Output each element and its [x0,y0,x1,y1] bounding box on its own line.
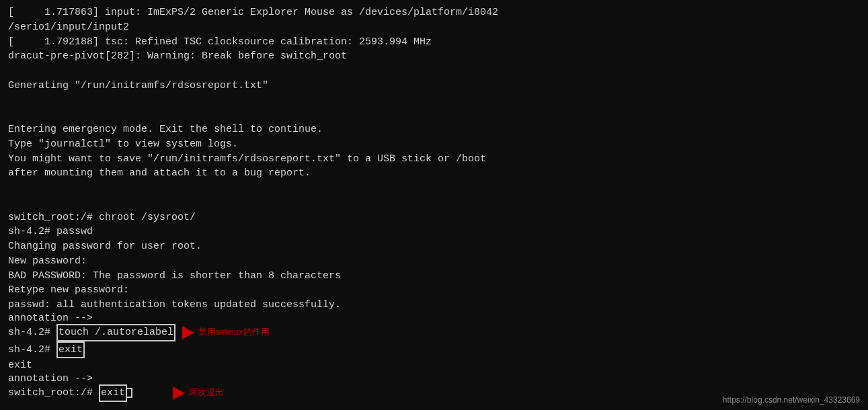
line-23-prefix: sh-4.2# [8,343,56,358]
watermark: https://blog.csdn.net/weixin_43323669 [723,395,860,405]
line-4: dracut-pre-pivot[282]: Warning: Break be… [8,49,860,64]
line-12: after mounting them and attach it to a b… [8,166,860,181]
line-10: Type "journalctl" to view system logs. [8,137,860,152]
line-6: Generating "/run/initramfs/rdsosreport.t… [8,79,860,93]
line-20: Retype new password: [8,283,860,298]
line-18: New password: [8,254,860,269]
line-13 [8,181,860,196]
terminal-window: [ 1.717863] input: ImExPS/2 Generic Expl… [0,0,868,410]
line-24: exit [8,358,860,373]
line-25-prefix: switch_root:/# [8,386,99,401]
line-25-annotation: 两次退出 [173,386,224,400]
line-3: [ 1.792188] tsc: Refined TSC clocksource… [8,35,860,50]
arrow-right-icon [182,326,194,339]
line-22-annotation: 禁用selinux的作用 [182,326,269,339]
line-2: /serio1/input/input2 [8,20,860,35]
line-22-cmd: touch /.autorelabel [56,324,175,341]
line-16: sh-4.2# passwd [8,224,860,239]
line-17: Changing password for user root. [8,239,860,254]
arrow-right-icon-2 [173,386,185,400]
line-21: passwd: all authentication tokens update… [8,298,860,313]
line-8 [8,108,860,122]
line-22: sh-4.2# touch /.autorelabel 禁用selinux的作用 [8,324,860,341]
line-15: switch_root:/# chroot /sysroot/ [8,210,860,225]
line-23: sh-4.2# exit [8,341,860,359]
line-22-annotation-text: 禁用selinux的作用 [198,326,269,339]
line-1: [ 1.717863] input: ImExPS/2 Generic Expl… [8,5,860,20]
line-14 [8,196,860,210]
line-7 [8,93,860,108]
line-22-prefix: sh-4.2# [8,325,56,340]
line-19: BAD PASSWORD: The password is shorter th… [8,269,860,284]
line-23-cmd: exit [56,341,85,359]
line-25-cmd: exit [99,384,127,402]
line-5 [8,64,860,79]
line-25-annotation-text: 两次退出 [189,386,224,399]
line-11: You might want to save "/run/initramfs/r… [8,152,860,167]
line-9: Entering emergency mode. Exit the shell … [8,122,860,137]
